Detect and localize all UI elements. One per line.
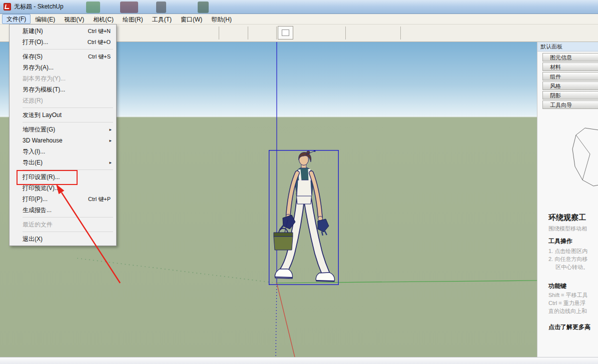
file-menu-item-save-as[interactable]: 另存为(A)... — [10, 62, 116, 73]
background-window-icon — [156, 2, 166, 13]
menu-bar: 文件(F)编辑(E)视图(V)相机(C)绘图(R)工具(T)窗口(W)帮助(H) — [0, 14, 598, 24]
file-menu: 新建(N)Ctrl 键+N打开(O)...Ctrl 键+O保存(S)Ctrl 键… — [9, 24, 117, 246]
default-panel: 默认面板 图元信息材料组件风格阴影工具向导 环绕观察工 围绕模型移动相 工具操作… — [537, 42, 598, 357]
instructor-key-line: Ctrl = 重力悬浮 — [548, 299, 588, 307]
panel-section-styles[interactable]: 风格 — [542, 82, 598, 90]
menu-item-label: 还原(R) — [23, 96, 111, 105]
status-bar — [0, 357, 598, 364]
menu-item-label: 保存(S) — [23, 52, 88, 61]
menu-item-label: 打印预览(V)... — [23, 184, 111, 192]
menu-item-label: 导出(E) — [23, 158, 109, 167]
instructor-more-link[interactable]: 点击了解更多高 — [548, 323, 590, 332]
toolbar-separator — [248, 26, 248, 40]
instructor-op-line: 1. 点击绘图区内 — [548, 247, 588, 255]
menu-shortcut: Ctrl 键+N — [88, 28, 113, 35]
menu-separator — [23, 170, 113, 170]
file-menu-item-revert: 还原(R) — [10, 95, 116, 106]
panel-section-instructor[interactable]: 工具向导 — [542, 100, 598, 109]
panel-section-entity-info[interactable]: 图元信息 — [542, 53, 598, 62]
menubar-item-camera[interactable]: 相机(C) — [89, 14, 118, 24]
toolbar-separator — [276, 26, 277, 40]
green-axis-dashed — [75, 258, 277, 283]
menu-item-label: 发送到 LayOut — [23, 111, 111, 120]
panel-title[interactable]: 默认面板 — [537, 42, 598, 52]
toolbar-separator — [219, 26, 219, 40]
submenu-arrow-icon: ▸ — [109, 138, 113, 143]
panel-sections: 图元信息材料组件风格阴影工具向导 — [537, 52, 598, 109]
file-menu-item-exit[interactable]: 退出(X) — [10, 234, 116, 244]
menubar-item-window[interactable]: 窗口(W) — [176, 14, 207, 24]
instructor-key-line: Shift = 平移工具 — [548, 291, 588, 299]
menu-item-label: 打开(O)... — [23, 38, 88, 46]
menu-item-label: 生成报告... — [23, 206, 111, 214]
file-menu-item-save-copy-as: 副本另存为(Y)... — [10, 73, 116, 84]
menu-item-label: 地理位置(G) — [23, 126, 109, 134]
file-menu-item-open[interactable]: 打开(O)...Ctrl 键+O — [10, 36, 116, 48]
menu-shortcut: Ctrl 键+P — [88, 196, 113, 203]
window-title: 无标题 - SketchUp — [14, 2, 64, 11]
panel-section-shadows[interactable]: 阴影 — [542, 91, 598, 100]
background-window-icon — [120, 2, 138, 13]
person-figure[interactable] — [269, 150, 339, 285]
file-menu-item-generate-report[interactable]: 生成报告... — [10, 204, 116, 216]
instructor-key-line: 直的边线向上和 — [548, 307, 588, 315]
menu-shortcut: Ctrl 键+S — [88, 53, 113, 60]
file-menu-item-geo-location[interactable]: 地理位置(G)▸ — [10, 124, 116, 135]
menu-shortcut: Ctrl 键+O — [88, 38, 113, 46]
file-menu-item-print-preview[interactable]: 打印预览(V)... — [10, 182, 116, 194]
menu-item-label: 另存为(A)... — [23, 64, 111, 72]
file-menu-item-new[interactable]: 新建(N)Ctrl 键+N — [10, 26, 116, 36]
menu-item-label: 导入(I)... — [23, 148, 111, 156]
instructor-heading: 环绕观察工 — [548, 213, 586, 222]
menubar-item-tools[interactable]: 工具(T) — [148, 14, 176, 24]
menu-separator — [23, 122, 113, 122]
background-window-icon — [198, 2, 209, 13]
panel-section-materials[interactable]: 材料 — [542, 62, 598, 71]
instructor-keys-title: 功能键 — [548, 282, 566, 290]
instructor-ops: 1. 点击绘图区内2. 向任意方向移区中心转动。 — [548, 247, 588, 271]
menu-separator — [23, 232, 113, 232]
menu-item-label: 退出(X) — [23, 235, 111, 244]
instructor-subheading: 围绕模型移动相 — [548, 225, 587, 232]
submenu-arrow-icon: ▸ — [109, 127, 113, 132]
person-head — [299, 150, 316, 168]
sketchup-logo-icon — [4, 3, 11, 10]
file-menu-item-send-to-layout[interactable]: 发送到 LayOut — [10, 110, 116, 120]
panel-section-components[interactable]: 组件 — [542, 72, 598, 80]
orbit-tool-illustration — [571, 126, 598, 190]
submenu-arrow-icon: ▸ — [109, 160, 113, 165]
file-menu-item-recent-files: 最近的文件 — [10, 219, 116, 230]
menu-separator — [23, 217, 113, 218]
file-menu-item-save-as-template[interactable]: 另存为模板(T)... — [10, 84, 116, 95]
menubar-item-file[interactable]: 文件(F) — [2, 14, 31, 24]
blue-axis-dashed — [276, 283, 277, 357]
toolbar-button[interactable] — [278, 26, 293, 40]
menu-item-label: 另存为模板(T)... — [23, 86, 111, 94]
background-window-icon — [86, 2, 100, 13]
title-bar[interactable]: 无标题 - SketchUp — [0, 0, 598, 14]
instructor-op-line: 区中心转动。 — [548, 263, 588, 271]
tool-glyph — [282, 30, 289, 36]
menu-separator — [23, 49, 113, 50]
menu-item-label: 最近的文件 — [23, 220, 111, 229]
person-overalls-bib — [297, 180, 312, 196]
menu-item-label: 打印设置(R)... — [23, 173, 111, 182]
menubar-item-help[interactable]: 帮助(H) — [207, 14, 236, 24]
instructor-keys: Shift = 平移工具Ctrl = 重力悬浮直的边线向上和 — [548, 291, 588, 315]
file-menu-item-export[interactable]: 导出(E)▸ — [10, 157, 116, 168]
file-menu-item-print[interactable]: 打印(P)...Ctrl 键+P — [10, 194, 116, 204]
menu-item-label: 副本另存为(Y)... — [23, 74, 111, 83]
instructor-op-line: 2. 向任意方向移 — [548, 255, 588, 263]
menubar-item-draw[interactable]: 绘图(R) — [118, 14, 148, 24]
menubar-item-edit[interactable]: 编辑(E) — [31, 14, 60, 24]
gloves — [318, 219, 329, 236]
toolbar-separator — [345, 26, 346, 40]
instructor-ops-title: 工具操作 — [548, 237, 572, 246]
menu-item-label: 3D Warehouse — [23, 137, 109, 144]
file-menu-item-import[interactable]: 导入(I)... — [10, 146, 116, 157]
menubar-item-view[interactable]: 视图(V) — [60, 14, 89, 24]
menu-item-label: 打印(P)... — [23, 195, 88, 204]
file-menu-item-print-setup[interactable]: 打印设置(R)... — [10, 172, 116, 182]
file-menu-item-save[interactable]: 保存(S)Ctrl 键+S — [10, 51, 116, 62]
file-menu-item-3d-warehouse[interactable]: 3D Warehouse▸ — [10, 135, 116, 146]
